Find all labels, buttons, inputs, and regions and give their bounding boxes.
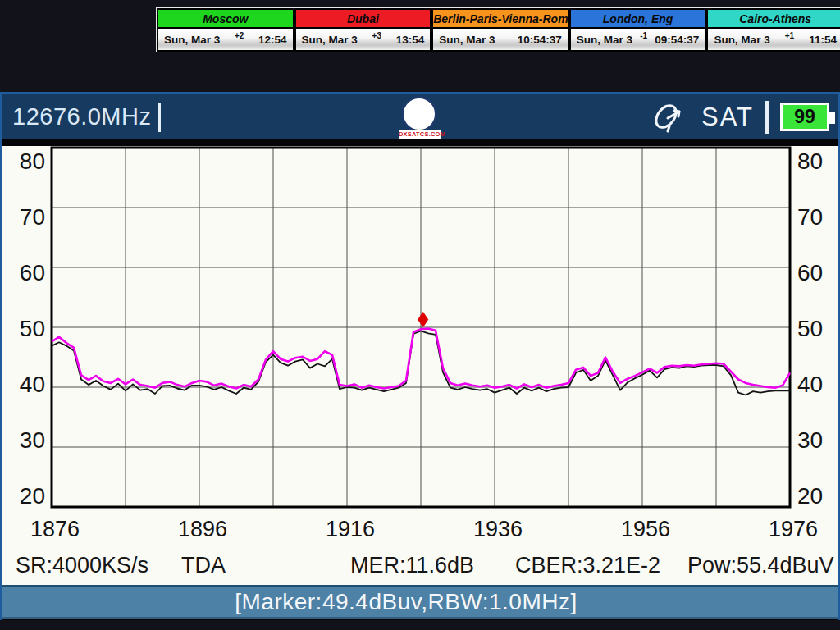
- clock-time: 10:54:37: [518, 34, 562, 46]
- spectrum-area: 8080707060605050404030302020187618961916…: [2, 146, 838, 585]
- text-cursor: [158, 103, 161, 132]
- clock-city-london: London, Eng: [569, 8, 707, 29]
- satellite-dish-icon: [651, 99, 690, 135]
- satmeter-screen: Moscow Dubai Berlin-Paris-Vienna-Roma Lo…: [0, 0, 840, 630]
- symbol-rate-value: SR:4000KS/s: [16, 553, 148, 578]
- y-tick-label-right: 40: [797, 373, 823, 396]
- clock-date: Sun, Mar 3: [164, 34, 220, 46]
- sat-label: SAT: [701, 103, 754, 132]
- clock-date: Sun, Mar 3: [302, 34, 358, 46]
- clock-time: 13:54: [396, 34, 425, 46]
- clock-city-berlin-paris-vienna-roma: Berlin-Paris-Vienna-Roma: [431, 8, 569, 29]
- meter-panel: 12676.0MHz DXSATCS.COM: [0, 92, 840, 620]
- y-tick-label-left: 30: [4, 429, 45, 452]
- battery-indicator: 99: [780, 103, 829, 131]
- logo-circle: [401, 96, 437, 132]
- y-tick-label-right: 30: [797, 429, 823, 452]
- y-tick-label-left: 60: [4, 262, 45, 285]
- header-divider: [2, 139, 838, 146]
- mode-value: TDA: [181, 553, 226, 578]
- clock-time-moscow: Sun, Mar 3+212:54: [157, 29, 294, 52]
- clock-time: 12:54: [258, 34, 287, 46]
- x-tick-label: 1896: [145, 517, 260, 542]
- clock-time-berlin: Sun, Mar 310:54:37: [431, 29, 569, 52]
- cber-value: CBER:3.21E-2: [515, 553, 660, 578]
- clock-city-moscow: Moscow: [157, 8, 294, 29]
- utc-offset: +3: [370, 31, 383, 40]
- y-tick-label-left: 50: [4, 317, 45, 340]
- clock-date: Sun, Mar 3: [577, 34, 632, 46]
- clock-date: Sun, Mar 3: [714, 34, 769, 46]
- clock-time-cairo: Sun, Mar 3+111:54: [706, 29, 840, 52]
- battery-level: 99: [794, 106, 815, 128]
- marker-diamond[interactable]: [418, 313, 428, 327]
- x-tick-label: 1976: [736, 517, 840, 542]
- status-row: SR:4000KS/s TDA MER:11.6dB CBER:3.21E-2 …: [2, 553, 838, 582]
- y-tick-label-right: 60: [797, 262, 823, 285]
- clock-time-dubai: Sun, Mar 3+313:54: [294, 29, 432, 52]
- clock-time-row: Sun, Mar 3+212:54 Sun, Mar 3+313:54 Sun,…: [157, 29, 840, 52]
- dxsatcs-logo: DXSATCS.COM: [399, 95, 441, 139]
- y-tick-label-right: 80: [797, 150, 823, 173]
- header-right-group: SAT 99: [651, 94, 829, 139]
- y-tick-label-left: 80: [4, 150, 45, 173]
- x-tick-label: 1876: [0, 517, 112, 542]
- y-tick-label-left: 40: [4, 373, 45, 396]
- utc-offset: +2: [233, 31, 246, 40]
- clock-date: Sun, Mar 3: [439, 34, 495, 46]
- x-tick-label: 1916: [293, 517, 408, 542]
- y-tick-label-right: 50: [797, 317, 823, 340]
- utc-offset: +1: [783, 31, 796, 40]
- marker-readout-text: [Marker:49.4dBuv,RBW:1.0MHz]: [235, 589, 578, 615]
- spectrum-plot[interactable]: [2, 146, 838, 585]
- header-separator: [765, 101, 769, 134]
- world-clock-table: Moscow Dubai Berlin-Paris-Vienna-Roma Lo…: [156, 7, 840, 52]
- meter-header: 12676.0MHz DXSATCS.COM: [2, 94, 838, 139]
- battery-tip: [829, 112, 835, 124]
- clock-city-dubai: Dubai: [294, 8, 432, 29]
- mer-value: MER:11.6dB: [350, 553, 474, 578]
- x-tick-label: 1936: [441, 517, 555, 542]
- y-tick-label-left: 70: [4, 206, 45, 229]
- clock-time-london: Sun, Mar 3-109:54:37: [569, 29, 707, 52]
- clock-time: 09:54:37: [655, 34, 699, 46]
- marker-readout-bar: [Marker:49.4dBuv,RBW:1.0MHz]: [2, 585, 838, 619]
- y-tick-label-right: 70: [797, 206, 823, 229]
- y-tick-label-left: 20: [4, 485, 45, 508]
- frequency-input[interactable]: 12676.0MHz: [12, 103, 151, 130]
- logo-text: DXSATCS.COM: [399, 130, 441, 139]
- y-tick-label-right: 20: [797, 485, 823, 508]
- utc-offset: -1: [637, 31, 651, 40]
- clock-city-row: Moscow Dubai Berlin-Paris-Vienna-Roma Lo…: [157, 8, 840, 29]
- clock-time: 11:54: [809, 34, 837, 46]
- x-tick-label: 1956: [588, 517, 703, 542]
- power-value: Pow:55.4dBuV: [687, 553, 834, 578]
- clock-city-cairo-athens: Cairo-Athens: [706, 8, 840, 29]
